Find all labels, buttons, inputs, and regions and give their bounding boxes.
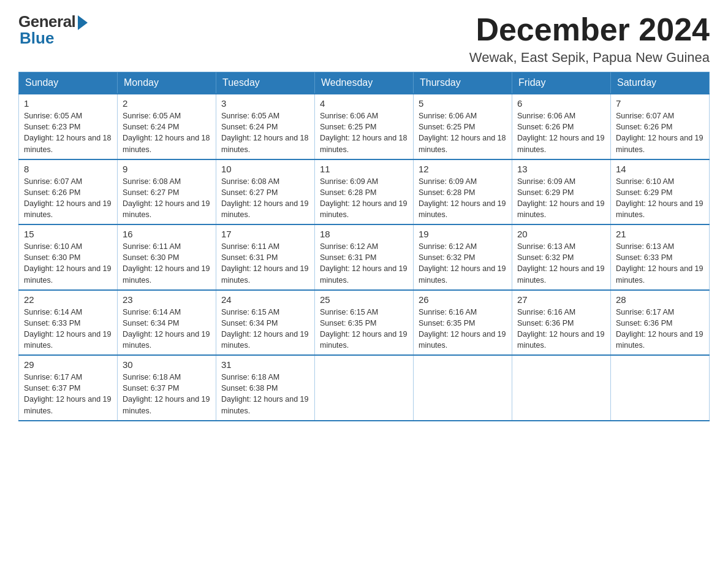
day-number: 13 xyxy=(517,164,605,174)
calendar-day-cell: 14 Sunrise: 6:10 AM Sunset: 6:29 PM Dayl… xyxy=(611,159,710,225)
day-info: Sunrise: 6:05 AM Sunset: 6:24 PM Dayligh… xyxy=(123,110,211,155)
day-info: Sunrise: 6:08 AM Sunset: 6:27 PM Dayligh… xyxy=(221,176,309,221)
day-number: 31 xyxy=(221,359,309,370)
calendar-day-cell: 12 Sunrise: 6:09 AM Sunset: 6:28 PM Dayl… xyxy=(414,159,512,225)
day-info: Sunrise: 6:14 AM Sunset: 6:34 PM Dayligh… xyxy=(123,307,211,351)
day-number: 19 xyxy=(419,229,507,239)
weekday-header: Wednesday xyxy=(315,72,414,94)
calendar-day-cell: 8 Sunrise: 6:07 AM Sunset: 6:26 PM Dayli… xyxy=(19,159,118,225)
day-number: 3 xyxy=(221,98,309,109)
calendar-day-cell xyxy=(512,355,611,421)
day-number: 15 xyxy=(24,229,112,239)
day-info: Sunrise: 6:05 AM Sunset: 6:24 PM Dayligh… xyxy=(221,110,309,155)
day-number: 10 xyxy=(221,164,309,174)
logo-blue-text: Blue xyxy=(18,29,54,48)
day-number: 4 xyxy=(320,98,408,109)
day-number: 22 xyxy=(24,294,112,305)
weekday-header: Saturday xyxy=(611,72,710,94)
weekday-header: Tuesday xyxy=(216,72,315,94)
calendar-day-cell: 7 Sunrise: 6:07 AM Sunset: 6:26 PM Dayli… xyxy=(611,94,710,159)
calendar-day-cell: 4 Sunrise: 6:06 AM Sunset: 6:25 PM Dayli… xyxy=(315,94,414,159)
day-info: Sunrise: 6:15 AM Sunset: 6:34 PM Dayligh… xyxy=(221,307,309,351)
weekday-header: Sunday xyxy=(19,72,118,94)
day-info: Sunrise: 6:08 AM Sunset: 6:27 PM Dayligh… xyxy=(123,176,211,221)
day-info: Sunrise: 6:07 AM Sunset: 6:26 PM Dayligh… xyxy=(24,176,112,221)
day-number: 6 xyxy=(517,98,605,109)
day-number: 20 xyxy=(517,229,605,239)
calendar-week-row: 1 Sunrise: 6:05 AM Sunset: 6:23 PM Dayli… xyxy=(19,94,710,159)
calendar-day-cell xyxy=(611,355,710,421)
calendar-day-cell: 1 Sunrise: 6:05 AM Sunset: 6:23 PM Dayli… xyxy=(19,94,118,159)
day-number: 7 xyxy=(616,98,704,109)
calendar-day-cell: 20 Sunrise: 6:13 AM Sunset: 6:32 PM Dayl… xyxy=(512,224,611,290)
day-info: Sunrise: 6:11 AM Sunset: 6:31 PM Dayligh… xyxy=(221,241,309,286)
day-info: Sunrise: 6:09 AM Sunset: 6:28 PM Dayligh… xyxy=(320,176,408,221)
calendar-day-cell: 11 Sunrise: 6:09 AM Sunset: 6:28 PM Dayl… xyxy=(315,159,414,225)
calendar-table: SundayMondayTuesdayWednesdayThursdayFrid… xyxy=(18,72,710,421)
logo: General Blue xyxy=(18,12,88,48)
calendar-day-cell: 10 Sunrise: 6:08 AM Sunset: 6:27 PM Dayl… xyxy=(216,159,315,225)
day-number: 9 xyxy=(123,164,211,174)
calendar-day-cell: 15 Sunrise: 6:10 AM Sunset: 6:30 PM Dayl… xyxy=(19,224,118,290)
day-info: Sunrise: 6:11 AM Sunset: 6:30 PM Dayligh… xyxy=(123,241,211,286)
weekday-header: Friday xyxy=(512,72,611,94)
page-header: General Blue December 2024 Wewak, East S… xyxy=(18,12,710,66)
calendar-day-cell: 31 Sunrise: 6:18 AM Sunset: 6:38 PM Dayl… xyxy=(216,355,315,421)
day-info: Sunrise: 6:17 AM Sunset: 6:36 PM Dayligh… xyxy=(616,307,704,351)
day-number: 27 xyxy=(517,294,605,305)
month-title: December 2024 xyxy=(469,12,710,47)
calendar-day-cell: 5 Sunrise: 6:06 AM Sunset: 6:25 PM Dayli… xyxy=(414,94,512,159)
day-number: 5 xyxy=(419,98,507,109)
location-title: Wewak, East Sepik, Papua New Guinea xyxy=(469,50,710,66)
day-number: 26 xyxy=(419,294,507,305)
day-info: Sunrise: 6:16 AM Sunset: 6:36 PM Dayligh… xyxy=(517,307,605,351)
day-info: Sunrise: 6:13 AM Sunset: 6:33 PM Dayligh… xyxy=(616,241,704,286)
day-info: Sunrise: 6:09 AM Sunset: 6:29 PM Dayligh… xyxy=(517,176,605,221)
day-info: Sunrise: 6:16 AM Sunset: 6:35 PM Dayligh… xyxy=(419,307,507,351)
day-info: Sunrise: 6:06 AM Sunset: 6:26 PM Dayligh… xyxy=(517,110,605,155)
calendar-day-cell: 23 Sunrise: 6:14 AM Sunset: 6:34 PM Dayl… xyxy=(118,290,216,356)
day-number: 29 xyxy=(24,359,112,370)
day-info: Sunrise: 6:18 AM Sunset: 6:37 PM Dayligh… xyxy=(123,372,211,416)
day-info: Sunrise: 6:18 AM Sunset: 6:38 PM Dayligh… xyxy=(221,372,309,416)
calendar-day-cell xyxy=(315,355,414,421)
day-number: 28 xyxy=(616,294,704,305)
day-info: Sunrise: 6:15 AM Sunset: 6:35 PM Dayligh… xyxy=(320,307,408,351)
day-number: 14 xyxy=(616,164,704,174)
calendar-day-cell: 6 Sunrise: 6:06 AM Sunset: 6:26 PM Dayli… xyxy=(512,94,611,159)
day-info: Sunrise: 6:07 AM Sunset: 6:26 PM Dayligh… xyxy=(616,110,704,155)
calendar-day-cell: 19 Sunrise: 6:12 AM Sunset: 6:32 PM Dayl… xyxy=(414,224,512,290)
day-number: 11 xyxy=(320,164,408,174)
calendar-week-row: 29 Sunrise: 6:17 AM Sunset: 6:37 PM Dayl… xyxy=(19,355,710,421)
day-info: Sunrise: 6:06 AM Sunset: 6:25 PM Dayligh… xyxy=(320,110,408,155)
calendar-day-cell: 25 Sunrise: 6:15 AM Sunset: 6:35 PM Dayl… xyxy=(315,290,414,356)
calendar-day-cell: 24 Sunrise: 6:15 AM Sunset: 6:34 PM Dayl… xyxy=(216,290,315,356)
day-number: 18 xyxy=(320,229,408,239)
day-number: 12 xyxy=(419,164,507,174)
day-info: Sunrise: 6:14 AM Sunset: 6:33 PM Dayligh… xyxy=(24,307,112,351)
calendar-day-cell: 27 Sunrise: 6:16 AM Sunset: 6:36 PM Dayl… xyxy=(512,290,611,356)
day-number: 23 xyxy=(123,294,211,305)
calendar-day-cell xyxy=(414,355,512,421)
day-info: Sunrise: 6:10 AM Sunset: 6:30 PM Dayligh… xyxy=(24,241,112,286)
day-info: Sunrise: 6:13 AM Sunset: 6:32 PM Dayligh… xyxy=(517,241,605,286)
day-info: Sunrise: 6:06 AM Sunset: 6:25 PM Dayligh… xyxy=(419,110,507,155)
weekday-header: Monday xyxy=(118,72,216,94)
day-info: Sunrise: 6:10 AM Sunset: 6:29 PM Dayligh… xyxy=(616,176,704,221)
day-info: Sunrise: 6:17 AM Sunset: 6:37 PM Dayligh… xyxy=(24,372,112,416)
logo-arrow-icon xyxy=(78,15,88,30)
day-number: 25 xyxy=(320,294,408,305)
calendar-day-cell: 26 Sunrise: 6:16 AM Sunset: 6:35 PM Dayl… xyxy=(414,290,512,356)
weekday-header: Thursday xyxy=(414,72,512,94)
calendar-week-row: 8 Sunrise: 6:07 AM Sunset: 6:26 PM Dayli… xyxy=(19,159,710,225)
calendar-day-cell: 16 Sunrise: 6:11 AM Sunset: 6:30 PM Dayl… xyxy=(118,224,216,290)
calendar-day-cell: 2 Sunrise: 6:05 AM Sunset: 6:24 PM Dayli… xyxy=(118,94,216,159)
calendar-day-cell: 13 Sunrise: 6:09 AM Sunset: 6:29 PM Dayl… xyxy=(512,159,611,225)
day-info: Sunrise: 6:09 AM Sunset: 6:28 PM Dayligh… xyxy=(419,176,507,221)
day-number: 1 xyxy=(24,98,112,109)
calendar-day-cell: 17 Sunrise: 6:11 AM Sunset: 6:31 PM Dayl… xyxy=(216,224,315,290)
day-info: Sunrise: 6:12 AM Sunset: 6:32 PM Dayligh… xyxy=(419,241,507,286)
day-number: 8 xyxy=(24,164,112,174)
calendar-day-cell: 22 Sunrise: 6:14 AM Sunset: 6:33 PM Dayl… xyxy=(19,290,118,356)
day-number: 2 xyxy=(123,98,211,109)
